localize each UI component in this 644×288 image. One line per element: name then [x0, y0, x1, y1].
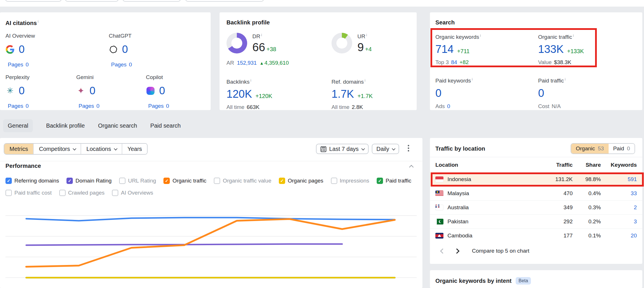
checkbox-paid-traffic[interactable]: ✓Paid traffic	[377, 178, 411, 184]
paid-traffic-block: Paid traffici 0 CostN/A	[538, 77, 565, 109]
tab-backlink-profile[interactable]: Backlink profile	[46, 119, 85, 132]
ar-value-link[interactable]: 152,931	[237, 60, 257, 66]
chatgpt-pages-link[interactable]: 0	[129, 62, 132, 68]
checkbox-organic-pages[interactable]: ✓Organic pages	[279, 178, 323, 184]
perplexity-pages-link[interactable]: 0	[26, 103, 29, 109]
location-table: Location Traffic Share Keywords Indonesi…	[430, 157, 642, 243]
view-switcher: Metrics Competitors Locations Years	[4, 143, 148, 155]
australia-flag-icon	[435, 205, 443, 210]
paid-traffic-value[interactable]: 0	[538, 88, 544, 99]
checkbox-ai-overviews[interactable]: AI Overviews	[112, 190, 153, 196]
gemini-block: Gemini ✦0 Pages0	[76, 74, 146, 109]
ads-link[interactable]: 0	[447, 103, 450, 109]
checkbox-organic-traffic-value[interactable]: Organic traffic value	[214, 178, 271, 184]
toggle-organic[interactable]: Organic53	[571, 144, 609, 153]
series-organic-traffic	[26, 219, 395, 267]
copilot-count: 0	[159, 85, 165, 97]
authority-rank-line: AR152,931▲4,359,610	[226, 60, 331, 66]
ai-citations-title: AI citationsi	[5, 19, 205, 26]
info-icon[interactable]: i	[261, 33, 262, 37]
performance-card: Metrics Competitors Locations Years Last…	[0, 138, 422, 288]
more-options-kebab-icon[interactable]	[407, 145, 409, 153]
table-row-pakistan[interactable]: Pakistan 292 0.2% 3	[430, 214, 642, 229]
table-row-malaysia[interactable]: Malaysia 470 0.4% 33	[430, 186, 642, 200]
keywords-link[interactable]: 3	[601, 218, 637, 225]
checkbox-impressions[interactable]: Impressions	[331, 178, 369, 184]
ur-delta: +4	[365, 46, 372, 52]
organic-keywords-value[interactable]: 714	[435, 44, 454, 55]
info-icon[interactable]: i	[472, 77, 473, 81]
info-icon[interactable]: i	[480, 33, 481, 38]
years-segment[interactable]: Years	[122, 144, 147, 154]
top3-link[interactable]: 84	[451, 59, 457, 65]
indonesia-flag-icon	[435, 176, 443, 182]
next-page-chevron-icon[interactable]	[454, 248, 459, 254]
checkbox-crawled-pages[interactable]: Crawled pages	[59, 190, 105, 196]
dr-donut-chart	[226, 33, 247, 53]
prev-page-chevron-icon[interactable]	[440, 248, 445, 254]
organic-traffic-delta: +133K	[567, 48, 584, 55]
metric-checkbox-row-2: Paid traffic cost Crawled pages AI Overv…	[5, 190, 153, 196]
top-cutoff-control-1[interactable]	[5, 0, 62, 2]
metrics-segment[interactable]: Metrics	[4, 144, 33, 154]
top3-delta: +82	[460, 59, 469, 65]
locations-segment[interactable]: Locations	[81, 144, 122, 154]
checkbox-referring-domains[interactable]: ✓Referring domains	[5, 178, 59, 184]
traffic-by-location-card: Traffic by location Organic53 Paid0 Loca…	[430, 138, 642, 264]
top-cutoff-control-4[interactable]	[185, 0, 264, 2]
compare-top5-label[interactable]: Compare top 5 on chart	[472, 248, 529, 254]
copilot-pages-link[interactable]: 0	[166, 103, 169, 109]
info-icon[interactable]: i	[565, 77, 565, 81]
table-row-indonesia[interactable]: Indonesia 131.2K 98.8% 591	[430, 172, 642, 186]
ai-citations-row-1: AI Overview 0 Pages0 ChatGPT	[5, 33, 205, 68]
table-row-australia[interactable]: Australia 349 0.3% 2	[430, 200, 642, 214]
chevron-down-icon	[73, 147, 77, 150]
keywords-link[interactable]: 20	[601, 233, 637, 239]
up-triangle-icon: ▲	[260, 61, 264, 66]
backlinks-value[interactable]: 120K	[226, 89, 252, 99]
pakistan-flag-icon	[435, 219, 443, 224]
ai-overview-count: 0	[19, 43, 25, 55]
location-pager: Compare top 5 on chart	[430, 248, 642, 254]
chatgpt-icon	[109, 45, 118, 54]
intent-title: Organic keywords by intent	[435, 278, 512, 284]
toggle-paid[interactable]: Paid0	[609, 144, 635, 153]
granularity-button[interactable]: Daily	[372, 144, 399, 154]
date-range-button[interactable]: Last 7 days	[316, 144, 369, 154]
ref-domains-value[interactable]: 1.7K	[331, 89, 354, 99]
info-icon[interactable]: i	[38, 19, 39, 24]
backlinks-block: Backlinksi 120K+120K All time663K	[226, 78, 331, 110]
tab-paid-search[interactable]: Paid search	[150, 119, 181, 132]
checkbox-organic-traffic[interactable]: ✓Organic traffic	[163, 178, 206, 184]
collapse-chevron-icon[interactable]	[409, 165, 414, 170]
info-icon[interactable]: i	[365, 78, 365, 82]
info-icon[interactable]: i	[250, 78, 251, 82]
performance-line-chart[interactable]	[0, 201, 422, 288]
table-row-cambodia[interactable]: Cambodia 177 0.1% 20	[430, 229, 642, 243]
keywords-link[interactable]: 2	[601, 204, 637, 211]
report-tabs: General Backlink profile Organic search …	[3, 119, 194, 132]
checkbox-paid-traffic-cost[interactable]: Paid traffic cost	[5, 190, 52, 196]
competitors-segment[interactable]: Competitors	[33, 144, 81, 154]
search-title: Search	[435, 19, 637, 26]
chatgpt-count: 0	[122, 43, 128, 55]
top-cutoff-control-2[interactable]	[65, 0, 119, 2]
keywords-link[interactable]: 591	[601, 176, 637, 183]
checkbox-domain-rating[interactable]: ✓Domain Rating	[66, 178, 112, 184]
gemini-pages-link[interactable]: 0	[96, 103, 100, 109]
paid-keywords-value[interactable]: 0	[435, 88, 441, 99]
keywords-link[interactable]: 33	[601, 190, 637, 197]
top-cutoff-control-3[interactable]	[123, 0, 181, 2]
info-icon[interactable]: i	[366, 33, 367, 37]
checkbox-url-rating[interactable]: URL Rating	[119, 178, 156, 184]
tab-organic-search[interactable]: Organic search	[98, 119, 137, 132]
calendar-icon	[321, 146, 326, 152]
info-icon[interactable]: i	[573, 33, 574, 38]
ur-value: 9	[357, 41, 364, 53]
domain-rating-donut-block: DRi 66 +38	[226, 33, 331, 53]
organic-traffic-value[interactable]: 133K	[538, 44, 564, 55]
tab-general[interactable]: General	[3, 119, 33, 132]
ai-overview-pages-link[interactable]: 0	[26, 62, 29, 68]
cambodia-flag-icon	[435, 233, 443, 239]
beta-badge: Beta	[516, 277, 531, 285]
